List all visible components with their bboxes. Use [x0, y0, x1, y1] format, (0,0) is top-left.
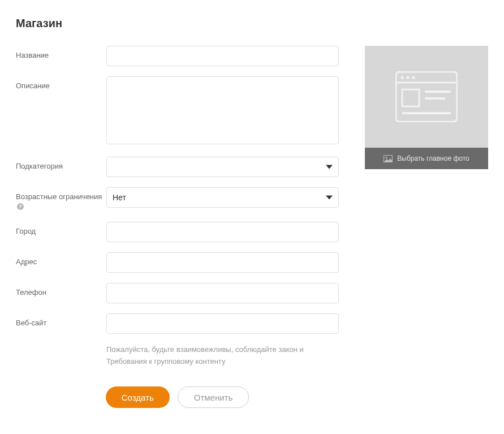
svg-point-10	[386, 157, 387, 158]
age-restriction-value: Нет	[113, 193, 126, 202]
chevron-down-icon	[326, 165, 333, 169]
image-icon	[384, 155, 393, 162]
form-column: Название Описание Подкатегория Возрастны	[16, 46, 339, 408]
browser-window-icon	[395, 71, 458, 122]
row-address: Адрес	[16, 252, 339, 273]
city-input[interactable]	[106, 222, 339, 242]
svg-point-4	[412, 76, 415, 79]
phone-input[interactable]	[106, 283, 339, 303]
svg-point-3	[407, 76, 410, 79]
subcategory-select[interactable]	[106, 157, 339, 177]
terms-link[interactable]: Требования к групповому контенту	[106, 357, 225, 366]
svg-point-2	[401, 76, 404, 79]
disclaimer-text: Пожалуйста, будьте взаимовежливы, соблюд…	[106, 344, 333, 368]
address-input[interactable]	[106, 252, 339, 273]
label-age-restriction-text: Возрастные ограничения	[16, 192, 102, 201]
label-age-restriction: Возрастные ограничения?	[16, 187, 106, 212]
choose-photo-label: Выбрать главное фото	[397, 154, 469, 162]
row-website: Веб-сайт	[16, 313, 339, 334]
row-phone: Телефон	[16, 283, 339, 303]
help-icon[interactable]: ?	[17, 203, 24, 210]
label-city: Город	[16, 222, 106, 237]
photo-box: Выбрать главное фото	[365, 46, 488, 169]
photo-placeholder	[365, 46, 488, 148]
label-name: Название	[16, 46, 106, 61]
form-layout: Название Описание Подкатегория Возрастны	[16, 46, 488, 408]
row-description: Описание	[16, 76, 339, 147]
cancel-button[interactable]: Отменить	[178, 386, 249, 408]
label-description: Описание	[16, 76, 106, 91]
age-restriction-select[interactable]: Нет	[106, 187, 339, 208]
label-website: Веб-сайт	[16, 313, 106, 328]
label-address: Адрес	[16, 252, 106, 267]
disclaimer-prefix: Пожалуйста, будьте взаимовежливы, соблюд…	[106, 345, 304, 354]
row-subcategory: Подкатегория	[16, 157, 339, 177]
description-input[interactable]	[106, 76, 339, 144]
page-title: Магазин	[16, 17, 488, 30]
label-subcategory: Подкатегория	[16, 157, 106, 171]
create-button[interactable]: Создать	[106, 386, 170, 408]
action-bar: Создать Отменить	[16, 386, 339, 408]
svg-rect-5	[402, 89, 419, 106]
label-phone: Телефон	[16, 283, 106, 298]
photo-column: Выбрать главное фото	[365, 46, 488, 169]
website-input[interactable]	[106, 313, 339, 334]
row-age-restriction: Возрастные ограничения? Нет	[16, 187, 339, 212]
row-city: Город	[16, 222, 339, 242]
choose-photo-button[interactable]: Выбрать главное фото	[365, 148, 488, 169]
chevron-down-icon	[326, 196, 333, 200]
name-input[interactable]	[106, 46, 339, 66]
row-name: Название	[16, 46, 339, 66]
